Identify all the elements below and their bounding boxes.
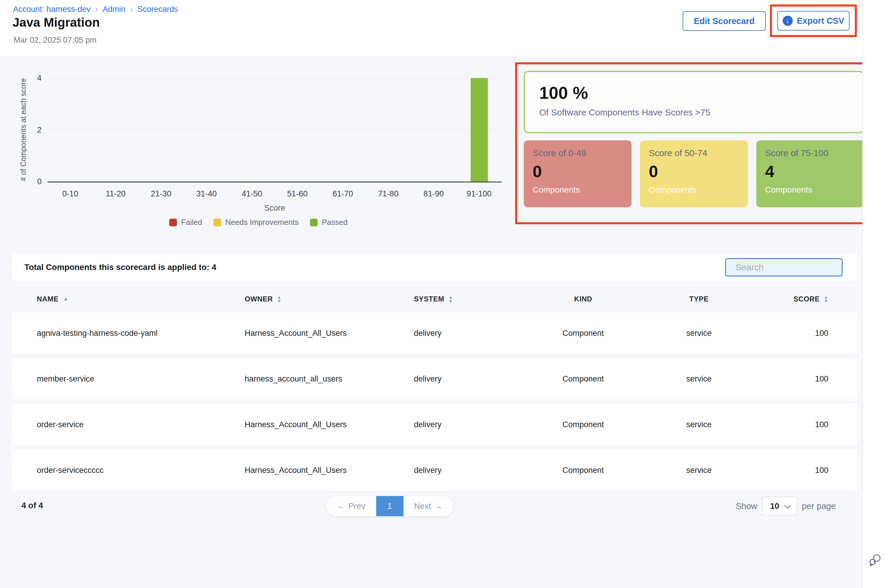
column-header-system[interactable]: SYSTEM▲▼ [414, 295, 539, 303]
bar-91-100 [471, 78, 488, 182]
column-header-owner[interactable]: OWNER▲▼ [245, 295, 414, 303]
table-row[interactable]: member-serviceharness_account_all_usersd… [12, 358, 858, 400]
download-icon: ↓ [783, 16, 793, 26]
x-tick-label: 0-10 [48, 189, 93, 198]
score-range-count: 4 [765, 162, 855, 181]
sort-asc-icon: ▲ [63, 296, 68, 302]
score-range-card: Score of 0-490Components [524, 140, 632, 207]
chart-x-axis-title: Score [48, 204, 502, 213]
score-range-caption: Components [765, 185, 855, 195]
bar-slot [456, 78, 502, 182]
arrow-right-icon: → [434, 501, 442, 511]
legend-label: Needs Improvements [226, 218, 299, 227]
chart-legend: FailedNeeds ImprovementsPassed [169, 218, 348, 227]
bar-slot [275, 78, 320, 182]
bar-slot [366, 78, 411, 182]
column-header-name[interactable]: NAME▲ [37, 295, 245, 303]
x-tick-label: 81-90 [411, 189, 456, 198]
page-size-value: 10 [770, 501, 779, 511]
bar-slot [93, 78, 138, 182]
page-size-widget: Show 10 per page [736, 496, 836, 516]
legend-label: Passed [322, 218, 348, 227]
breadcrumb-item[interactable]: Scorecards [137, 5, 178, 14]
total-components-label: Total Components this scorecard is appli… [24, 262, 217, 272]
cell-system: delivery [414, 466, 539, 475]
search-box[interactable] [725, 258, 842, 276]
legend-item: Passed [310, 218, 348, 227]
chevron-down-icon [784, 502, 791, 509]
x-tick-label: 71-80 [366, 189, 411, 198]
cell-name: agniva-testing-harness-code-yaml [37, 329, 245, 338]
legend-item: Failed [169, 218, 202, 227]
chart-bars [48, 78, 502, 182]
percent-value: 100 % [539, 83, 863, 103]
x-tick-label: 21-30 [138, 189, 184, 198]
table-header: NAME▲OWNER▲▼SYSTEM▲▼KINDTYPESCORE▲▼ [12, 289, 858, 309]
table-toolbar: Total Components this scorecard is appli… [12, 254, 858, 281]
y-tick-label: 0 [25, 177, 42, 186]
prev-page-button[interactable]: ← Prev [326, 496, 376, 516]
prev-label: Prev [348, 501, 366, 511]
right-gutter [862, 0, 886, 588]
cell-kind: Component [539, 466, 628, 475]
table-body: agniva-testing-harness-code-yamlHarness_… [12, 312, 858, 491]
cell-kind: Component [539, 329, 628, 338]
y-tick-label: 2 [25, 126, 42, 135]
x-tick-label: 91-100 [456, 189, 502, 198]
annotation-box-export: ↓ Export CSV [770, 4, 857, 37]
legend-item: Needs Improvements [214, 218, 299, 227]
export-csv-label: Export CSV [797, 16, 844, 26]
cell-kind: Component [539, 374, 628, 384]
cell-owner: Harness_Account_All_Users [245, 466, 414, 475]
cell-type: service [628, 374, 770, 384]
bar-slot [229, 78, 275, 182]
chat-support-button[interactable] [868, 553, 883, 568]
column-header-type[interactable]: TYPE [628, 295, 770, 303]
breadcrumb-item[interactable]: Admin [103, 5, 126, 14]
page-size-select[interactable]: 10 [762, 496, 797, 516]
column-label: TYPE [689, 295, 708, 303]
per-page-label: per page [802, 501, 836, 511]
column-label: NAME [37, 295, 59, 303]
cell-kind: Component [539, 420, 628, 429]
edit-scorecard-button[interactable]: Edit Scorecard [683, 11, 766, 31]
cell-system: delivery [414, 420, 539, 429]
cell-system: delivery [414, 374, 539, 384]
bar-slot [138, 78, 184, 182]
bar-slot [320, 78, 366, 182]
column-header-score[interactable]: SCORE▲▼ [770, 295, 829, 303]
score-range-card: Score of 75-1004Components [756, 140, 864, 207]
cell-name: order-serviceccccc [37, 466, 245, 475]
annotation-box-summary: 100 % Of Software Components Have Scores… [515, 62, 872, 224]
search-input[interactable] [735, 262, 851, 273]
score-range-card: Score of 50-740Components [640, 140, 748, 207]
cell-score: 100 [770, 420, 829, 429]
cell-type: service [628, 420, 770, 429]
column-label: SYSTEM [414, 295, 444, 303]
scorecard-page: Account: harness-dev›Admin›Scorecards Ja… [0, 0, 886, 588]
cell-type: service [628, 329, 770, 338]
arrow-left-icon: ← [337, 501, 345, 511]
export-csv-button[interactable]: ↓ Export CSV [777, 11, 850, 30]
score-range-caption: Components [649, 185, 739, 195]
table-row[interactable]: order-servicecccccHarness_Account_All_Us… [12, 450, 858, 491]
column-label: KIND [574, 295, 592, 303]
breadcrumb-separator: › [130, 5, 133, 14]
table-row[interactable]: order-serviceHarness_Account_All_Usersde… [12, 404, 858, 445]
cell-owner: Harness_Account_All_Users [245, 420, 414, 429]
table-row[interactable]: agniva-testing-harness-code-yamlHarness_… [12, 312, 858, 354]
percent-card: 100 % Of Software Components Have Scores… [524, 71, 864, 133]
chart-yticks: 024 [25, 0, 42, 208]
summary-cards: Score of 0-490ComponentsScore of 50-740C… [524, 140, 864, 207]
breadcrumb-separator: › [95, 5, 98, 14]
next-page-button[interactable]: Next → [403, 496, 453, 516]
x-tick-label: 11-20 [93, 189, 138, 198]
x-tick-label: 41-50 [229, 189, 275, 198]
page-1-button[interactable]: 1 [376, 496, 403, 516]
x-tick-label: 51-60 [275, 189, 320, 198]
result-count: 4 of 4 [21, 501, 43, 510]
cell-name: order-service [37, 420, 245, 429]
score-range-label: Score of 50-74 [649, 148, 739, 158]
column-header-kind[interactable]: KIND [539, 295, 628, 303]
sort-icon: ▲▼ [448, 295, 453, 303]
